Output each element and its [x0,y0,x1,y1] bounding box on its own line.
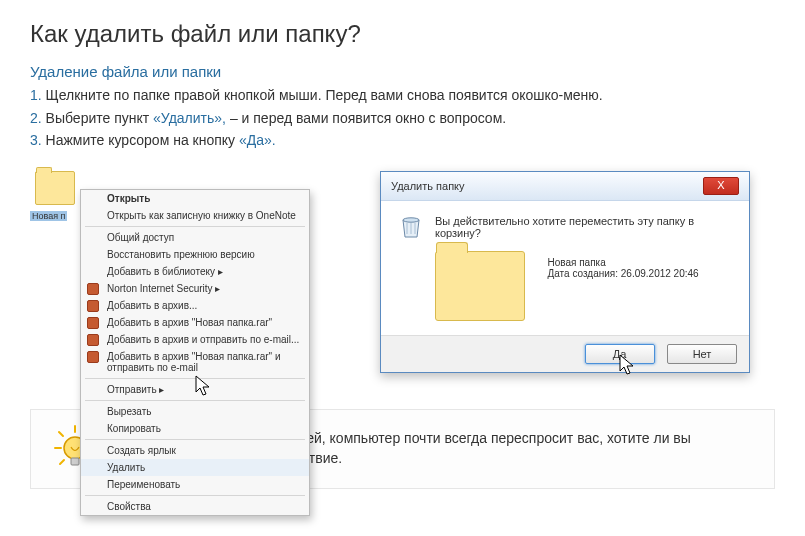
context-menu: ОткрытьОткрыть как записную книжку в One… [80,189,310,516]
step-2-post: – и перед вами появится окно с вопросом. [230,110,506,126]
step-3-hl: «Да». [239,132,276,148]
step-3: 3. Нажмите курсором на кнопку «Да». [30,131,775,151]
folder-label: Новая п [30,211,67,221]
menu-item[interactable]: Переименовать [81,476,309,493]
no-button[interactable]: Нет [667,344,737,364]
section-subheading: Удаление файла или папки [30,63,775,80]
archive-icon [87,334,99,346]
dialog-folder-name: Новая папка [547,257,698,268]
menu-item[interactable]: Открыть [81,190,309,207]
step-2-pre: Выберите пункт [46,110,153,126]
dialog-titlebar: Удалить папку X [381,172,749,201]
dialog-body: Вы действительно хотите переместить эту … [381,201,749,335]
dialog-folder-created: Дата создания: 26.09.2012 20:46 [547,268,698,279]
folder-icon[interactable] [35,171,75,205]
archive-icon [87,351,99,363]
menu-item[interactable]: Отправить ▸ [81,381,309,398]
archive-icon [87,300,99,312]
archive-icon [87,283,99,295]
step-2-hl: «Удалить», [153,110,226,126]
svg-line-6 [60,460,64,464]
menu-item[interactable]: Вырезать [81,403,309,420]
step-3-num: 3. [30,132,42,148]
menu-item[interactable]: Norton Internet Security ▸ [81,280,309,297]
menu-item[interactable]: Добавить в архив "Новая папка.rar" [81,314,309,331]
illustrations: Новая п ОткрытьОткрыть как записную книж… [30,171,775,373]
svg-point-0 [403,218,419,222]
context-menu-illustration: Новая п ОткрытьОткрыть как записную книж… [30,171,320,223]
page-title: Как удалить файл или папку? [30,20,775,48]
step-2-num: 2. [30,110,42,126]
menu-separator [85,400,305,401]
menu-item[interactable]: Удалить [81,459,309,476]
menu-separator [85,439,305,440]
dialog-buttons: Да Нет [381,335,749,372]
menu-item[interactable]: Добавить в архив "Новая папка.rar" и отп… [81,348,309,376]
menu-item[interactable]: Открыть как записную книжку в OneNote [81,207,309,224]
menu-item[interactable]: Добавить в библиотеку ▸ [81,263,309,280]
svg-rect-9 [71,458,79,465]
menu-item[interactable]: Добавить в архив... [81,297,309,314]
menu-item[interactable]: Копировать [81,420,309,437]
menu-item[interactable]: Восстановить прежнюю версию [81,246,309,263]
dialog-question: Вы действительно хотите переместить эту … [435,215,733,239]
step-1-text: Щелкните по папке правой кнопкой мыши. П… [46,87,603,103]
svg-line-2 [59,432,63,436]
step-1: 1. Щелкните по папке правой кнопкой мыши… [30,86,775,106]
dialog-question-text: Вы действительно хотите переместить эту … [435,215,694,239]
recycle-bin-icon [400,213,422,239]
confirm-dialog: Удалить папку X Вы действительно хотите … [380,171,750,373]
archive-icon [87,317,99,329]
menu-item[interactable]: Свойства [81,498,309,515]
menu-separator [85,378,305,379]
dialog-folder-info: Новая папка Дата создания: 26.09.2012 20… [547,257,698,279]
step-2: 2. Выберите пункт «Удалить», – и перед в… [30,109,775,129]
dialog-close-button[interactable]: X [703,177,739,195]
menu-item[interactable]: Создать ярлык [81,442,309,459]
menu-item[interactable]: Добавить в архив и отправить по e-mail..… [81,331,309,348]
yes-button[interactable]: Да [585,344,655,364]
menu-separator [85,226,305,227]
step-3-pre: Нажмите курсором на кнопку [46,132,239,148]
menu-separator [85,495,305,496]
step-1-num: 1. [30,87,42,103]
dialog-folder-icon [435,251,525,321]
dialog-title: Удалить папку [391,180,465,192]
menu-item[interactable]: Общий доступ [81,229,309,246]
